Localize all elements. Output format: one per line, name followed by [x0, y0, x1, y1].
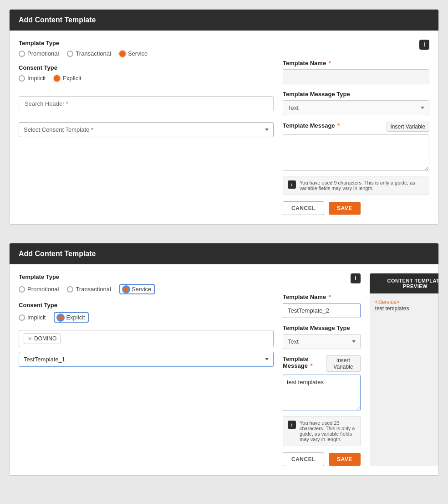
form2-msg-type-select[interactable]: Text [283, 334, 361, 349]
form1-template-name-input[interactable] [283, 69, 429, 84]
form2-msg-type-label: Template Message Type [283, 324, 361, 331]
form1-radio-service-circle [119, 51, 126, 57]
form1-char-info-text: You have used 9 characters. This is only… [300, 180, 424, 191]
form2-msg-type-text: Template Message Type [283, 324, 350, 331]
form2-template-type-group: Promotional Transactional Service [19, 284, 274, 294]
form2-msg-label: Template Message * [283, 355, 326, 369]
form1-consent-type-label: Consent Type [19, 64, 274, 71]
form1-radio-service[interactable]: Service [119, 50, 148, 57]
form2-radio-explicit-circle [57, 314, 64, 321]
form1-consent-select[interactable]: Select Consent Template * [19, 122, 274, 137]
form1-template-type-group: Promotional Transactional Service [19, 50, 274, 57]
form1-msg-type-text: Template Message Type [283, 91, 350, 98]
form1-right-panel: i Template Name * Template Message Type … [283, 40, 429, 215]
form2-tag-input-wrapper[interactable]: ✕ DOMINO [19, 330, 274, 347]
form1-radio-implicit-circle [19, 75, 25, 82]
form1-template-type-label: Template Type [19, 40, 274, 46]
form2-tag-chip-remove[interactable]: ✕ [28, 336, 32, 342]
form1-card: Add Content Template Template Type Promo… [9, 9, 439, 225]
form1-msg-header: Template Message * Insert Variable [283, 122, 429, 132]
form1-save-button[interactable]: SAVE [329, 202, 361, 215]
form2-consent-type-label: Consent Type [19, 302, 274, 309]
form2-msg-label-text: Template Message [283, 355, 308, 369]
form1-template-name-label: Template Name * [283, 60, 429, 67]
form1-consent-type-group: Implicit Explicit [19, 75, 274, 82]
form2-radio-implicit-circle [19, 314, 25, 321]
form1-cancel-button[interactable]: CANCEL [283, 201, 324, 215]
form2-right-panel: i Template Name * Template Message Type … [283, 273, 361, 466]
form1-radio-transactional-circle [67, 51, 73, 57]
form1-message-textarea[interactable] [283, 134, 429, 171]
form1-msg-type-select[interactable]: Text [283, 100, 429, 115]
form1-insert-variable-button[interactable]: Insert Variable [387, 122, 429, 132]
form1-radio-implicit[interactable]: Implicit [19, 75, 46, 82]
form1-radio-transactional-label: Transactional [76, 50, 111, 57]
form2-preview-text: test templates [375, 305, 439, 312]
form1-radio-implicit-label: Implicit [27, 75, 46, 82]
form2-left-panel: Template Type Promotional Transactional … [19, 273, 274, 466]
form2-radio-explicit-label: Explicit [66, 314, 85, 321]
form2-char-info: i You have used 23 characters. This is o… [283, 416, 361, 446]
form1-radio-promotional[interactable]: Promotional [19, 50, 59, 57]
form2-template-name-text: Template Name [283, 293, 326, 300]
form2-consent-select[interactable]: TestTemplate_1 [19, 352, 274, 367]
form2-char-info-icon: i [288, 421, 296, 429]
form1-radio-promotional-label: Promotional [27, 50, 59, 57]
form2-radio-promotional-label: Promotional [27, 286, 59, 293]
form1-title: Add Content Template [10, 10, 438, 31]
form2-radio-implicit[interactable]: Implicit [19, 314, 46, 321]
form2-radio-transactional-circle [67, 286, 73, 293]
form2-radio-service-label: Service [132, 286, 151, 293]
form2-tag-chip: ✕ DOMINO [24, 333, 61, 344]
form2-title: Add Content Template [10, 243, 438, 264]
form2-template-name-input[interactable] [283, 303, 361, 318]
form2-radio-transactional-label: Transactional [76, 286, 111, 293]
form2-radio-implicit-label: Implicit [27, 314, 46, 321]
form1-radio-transactional[interactable]: Transactional [67, 50, 111, 57]
form2-card: Add Content Template Template Type Promo… [9, 243, 439, 476]
form2-preview-tag: <Service> [375, 299, 439, 305]
form2-msg-required: * [309, 362, 313, 369]
form2-preview-panel: CONTENT TEMPLATE PREVIEW <Service> test … [370, 273, 439, 466]
form1-msg-required: * [336, 122, 340, 129]
form2-save-button[interactable]: SAVE [329, 453, 361, 466]
form1-msg-label-text: Template Message [283, 122, 335, 129]
form1-template-name-required: * [327, 60, 331, 67]
form2-msg-header: Template Message * Insert Variable [283, 355, 361, 372]
form1-radio-explicit-circle [54, 75, 60, 82]
form2-message-textarea[interactable]: test templates [283, 375, 361, 411]
form1-radio-service-label: Service [128, 50, 148, 57]
form2-template-name-required: * [327, 293, 331, 300]
form2-radio-service-circle [123, 286, 129, 293]
form1-radio-explicit[interactable]: Explicit [54, 75, 81, 82]
form1-info-button[interactable]: i [419, 40, 429, 50]
form2-template-type-label: Template Type [19, 273, 274, 280]
form2-radio-service[interactable]: Service [119, 284, 155, 294]
form2-action-buttons: CANCEL SAVE [283, 453, 361, 466]
form2-radio-explicit[interactable]: Explicit [54, 312, 88, 323]
form2-radio-promotional[interactable]: Promotional [19, 286, 59, 293]
form2-char-info-text: You have used 23 characters. This is onl… [300, 420, 356, 442]
form1-char-info: i You have used 9 characters. This is on… [283, 176, 429, 195]
form2-consent-select-wrapper: TestTemplate_1 [19, 352, 274, 367]
form2-tag-chip-value: DOMINO [34, 335, 56, 342]
form1-consent-select-wrapper: Select Consent Template * [19, 122, 274, 137]
form2-template-name-label: Template Name * [283, 293, 361, 300]
form2-radio-promotional-circle [19, 286, 25, 293]
form1-search-header-input[interactable] [19, 96, 274, 111]
form2-info-button[interactable]: i [351, 273, 361, 283]
form2-cancel-button[interactable]: CANCEL [283, 453, 324, 466]
form2-preview-header: CONTENT TEMPLATE PREVIEW [370, 273, 439, 293]
form2-insert-variable-button[interactable]: Insert Variable [326, 355, 361, 372]
form2-consent-type-group: Implicit Explicit [19, 312, 274, 323]
form1-char-info-icon: i [288, 180, 296, 189]
form1-radio-explicit-label: Explicit [62, 75, 81, 82]
form1-action-buttons: CANCEL SAVE [283, 201, 429, 215]
form1-radio-promotional-circle [19, 51, 25, 57]
form1-left-panel: Template Type Promotional Transactional … [19, 40, 274, 215]
form1-template-name-text: Template Name [283, 60, 326, 67]
form1-msg-label: Template Message * [283, 122, 340, 129]
form2-radio-transactional[interactable]: Transactional [67, 286, 111, 293]
form1-msg-type-label: Template Message Type [283, 91, 429, 98]
form2-preview-body: <Service> test templates [370, 293, 439, 317]
